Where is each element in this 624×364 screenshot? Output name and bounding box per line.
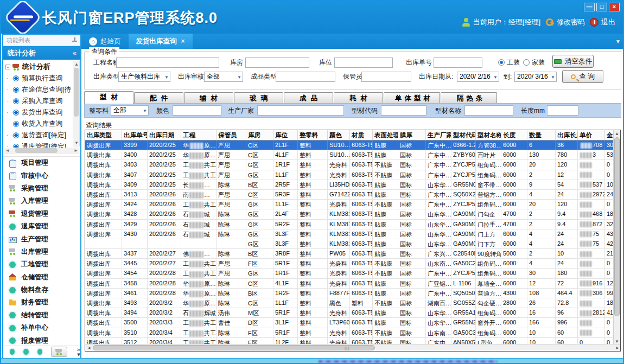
- length-input[interactable]: [547, 105, 578, 116]
- sidebar-item-工地管理[interactable]: 工地管理: [3, 258, 80, 271]
- table-row[interactable]: 调拨出库34932020/3/2华原…陈琳C区1L1F整料黑色塑料不贴膜国标湖南…: [85, 298, 614, 308]
- audit-combo[interactable]: 全部: [204, 72, 243, 82]
- table-row[interactable]: G区3L3F整料KLM38176063-T5贴膜国标山东华…GA90M09…门下…: [85, 239, 614, 249]
- sidebar-item-退库管理[interactable]: 退库管理: [3, 220, 80, 233]
- scroll-right-icon[interactable]: ►: [615, 346, 620, 350]
- toolbar-dot-icon[interactable]: [37, 349, 42, 355]
- table-row[interactable]: 调拨出库34452020/2/27工共工程严思F区5R1F整料光身料6063-T…: [85, 259, 614, 269]
- sidebar-item-补单中心[interactable]: 补单中心: [3, 322, 80, 334]
- from-date-picker[interactable]: 2020/ 2/16: [457, 72, 499, 82]
- column-header-颜色[interactable]: 颜色: [328, 130, 350, 140]
- material-tab-耗材[interactable]: 耗材: [334, 92, 383, 104]
- scroll-left-icon[interactable]: ◄: [87, 346, 91, 350]
- whole-part-combo[interactable]: 全部: [111, 105, 149, 116]
- column-header-出库日期[interactable]: 出库日期: [148, 130, 181, 140]
- tree-expander-icon[interactable]: -: [5, 65, 10, 69]
- home-radio-label[interactable]: 家装: [532, 57, 545, 68]
- scroll-down-icon[interactable]: ▼: [74, 141, 79, 145]
- tree-item[interactable]: 退货查询[待定]: [3, 130, 80, 141]
- industrial-radio[interactable]: [498, 59, 505, 66]
- keeper-input[interactable]: [361, 72, 411, 82]
- order-no-input[interactable]: [434, 58, 482, 68]
- column-header-型材代码[interactable]: 型材代码: [451, 130, 476, 140]
- column-header-长度[interactable]: 长度: [501, 130, 527, 140]
- table-row[interactable]: 调拨出库34032020/2/25工共工程严思G区1R1F整料光身料6063-T…: [85, 160, 614, 170]
- industrial-radio-label[interactable]: 工装: [507, 57, 520, 68]
- project-name-input[interactable]: [116, 58, 219, 68]
- material-tab-隔热条[interactable]: 隔热条: [441, 92, 497, 104]
- material-tab-型材[interactable]: 型材: [84, 91, 133, 104]
- scroll-up-icon[interactable]: ▲: [74, 62, 79, 67]
- table-row[interactable]: 调拨出库34612020/2/28华原…陈琳B区1R2F整料F8877FT606…: [85, 289, 614, 298]
- column-header-表面处理[interactable]: 表面处理: [373, 130, 398, 140]
- toolbar-cart-button[interactable]: [51, 347, 67, 357]
- collapse-icon[interactable]: «: [73, 46, 77, 60]
- profile-code-input[interactable]: [381, 105, 426, 116]
- material-tab-配件[interactable]: 配件: [134, 92, 183, 104]
- warehouse-input[interactable]: [245, 58, 309, 68]
- column-header-整零料[interactable]: 整零料: [298, 130, 328, 140]
- table-row[interactable]: 调拨出库34372020/2/27佛…陈琳B区3R8F整料PW056063-T5…: [85, 249, 614, 259]
- tree-vertical-scrollbar[interactable]: ▲ ▼: [73, 61, 80, 146]
- logout-button[interactable]: 退出: [590, 17, 615, 27]
- table-row[interactable]: 调拨出库34292020/2/26石城陈琳G区5R2F整料KLM38176063…: [85, 220, 614, 229]
- material-tab-辅材[interactable]: 辅材: [184, 92, 233, 104]
- maximize-button[interactable]: □: [596, 3, 607, 11]
- maker-input[interactable]: [257, 105, 344, 116]
- tree-item[interactable]: 发货出库查询: [3, 107, 80, 118]
- scroll-down-icon[interactable]: ▼: [615, 339, 619, 344]
- sidebar-item-生产管理[interactable]: 生产管理: [3, 233, 80, 245]
- tree-horizontal-scrollbar[interactable]: ◄ ►: [4, 148, 79, 154]
- column-header-数量[interactable]: 数量: [527, 130, 556, 140]
- location-input[interactable]: [334, 58, 393, 68]
- column-header-单价[interactable]: 单价: [578, 130, 605, 140]
- table-row[interactable]: 调拨出库35102020/3/4工共工程陈琳F区5R1F整料光身料6063-T5…: [85, 328, 614, 338]
- column-header-型材名称[interactable]: 型材名称: [476, 130, 501, 140]
- table-row[interactable]: 调拨出库34072020/2/25工共工程严思G区1L1F整料光身料6063-T…: [85, 170, 614, 180]
- scroll-thumb[interactable]: [93, 345, 375, 350]
- table-row[interactable]: 调拨出库34302020/2/26石城陈琳G区3L3F整料KLM38176063…: [85, 229, 614, 239]
- column-header-保管员[interactable]: 保管员: [217, 130, 246, 140]
- sidebar-item-物料盘存[interactable]: 物料盘存: [3, 284, 80, 296]
- tree-item[interactable]: 在途信息查询[待: [3, 84, 80, 95]
- table-horizontal-scrollbar[interactable]: ◄ ||| ►: [85, 344, 621, 351]
- tree-item[interactable]: 预算执行查询: [3, 73, 80, 84]
- tree-item[interactable]: 采购入库查询: [3, 95, 80, 107]
- sidebar-item-审核中心[interactable]: 审核中心: [3, 169, 80, 182]
- product-type-input[interactable]: [276, 72, 335, 82]
- table-row[interactable]: 调拨出库34002020/2/25华原…严思C区4L1F整料SU10…6063-…: [85, 150, 614, 160]
- overflow-chevron[interactable]: »▾: [77, 347, 80, 357]
- sidebar-item-出库管理[interactable]: 出库管理: [3, 246, 80, 258]
- column-header-膜厚[interactable]: 膜厚: [398, 130, 426, 140]
- column-header-材质[interactable]: 材质: [350, 130, 373, 140]
- tree-item[interactable]: 收货入库查询: [3, 118, 80, 130]
- sidebar-item-入库管理[interactable]: 入库管理: [3, 195, 80, 207]
- sidebar-item-财务管理[interactable]: 财务管理: [3, 296, 80, 309]
- out-type-combo[interactable]: 生产领料出库: [118, 72, 170, 82]
- sidebar-item-采购管理[interactable]: 采购管理: [3, 182, 80, 195]
- sidebar-item-项目管理[interactable]: 项目管理: [3, 157, 80, 169]
- material-tab-成品[interactable]: 成品: [284, 92, 333, 104]
- sidebar-group-header[interactable]: 统计分析: [3, 46, 80, 60]
- pin-icon[interactable]: [72, 37, 77, 42]
- table-row[interactable]: 调拨出库34942020/3/2石辉城汤伟M区5R1F整料光身料6063-T5贴…: [85, 308, 614, 318]
- table-row[interactable]: 调拨出库33992020/2/25华原…严思C区2L1F整料SU10…6063-…: [85, 141, 614, 150]
- close-button[interactable]: ×: [609, 3, 620, 11]
- table-row[interactable]: 调拨出库34582020/2/28华原…陈琳C区4L1F整料光身料6063-T5…: [85, 279, 614, 289]
- scroll-right-icon[interactable]: ►: [74, 148, 78, 153]
- table-row[interactable]: 调拨出库34242020/2/26工共工程严思G区1L1F整料光身料6063-T…: [85, 200, 614, 209]
- scroll-thumb[interactable]: [614, 137, 620, 316]
- tab-close-icon[interactable]: ×: [181, 37, 185, 45]
- to-date-picker[interactable]: 2020/ 3/16: [514, 72, 557, 82]
- sidebar-item-退货管理[interactable]: 退货管理: [3, 208, 80, 220]
- home-radio[interactable]: [523, 59, 530, 66]
- minimize-button[interactable]: —: [584, 3, 595, 11]
- table-row[interactable]: 调拨出库34542020/2/28工共工程严思G区1R1F整料光身料6063-T…: [85, 269, 614, 278]
- material-tab-单体型材[interactable]: 单体型材: [384, 92, 440, 104]
- scroll-thumb[interactable]: [15, 148, 58, 153]
- color-input[interactable]: [173, 105, 221, 116]
- scroll-thumb[interactable]: [74, 68, 79, 117]
- tree-root[interactable]: - 统计分析: [3, 60, 80, 73]
- table-row[interactable]: 调拨出库34132020/2/26南…严思C区5R3F整料G714226063-…: [85, 190, 614, 200]
- column-header-库房[interactable]: 库房: [246, 130, 273, 140]
